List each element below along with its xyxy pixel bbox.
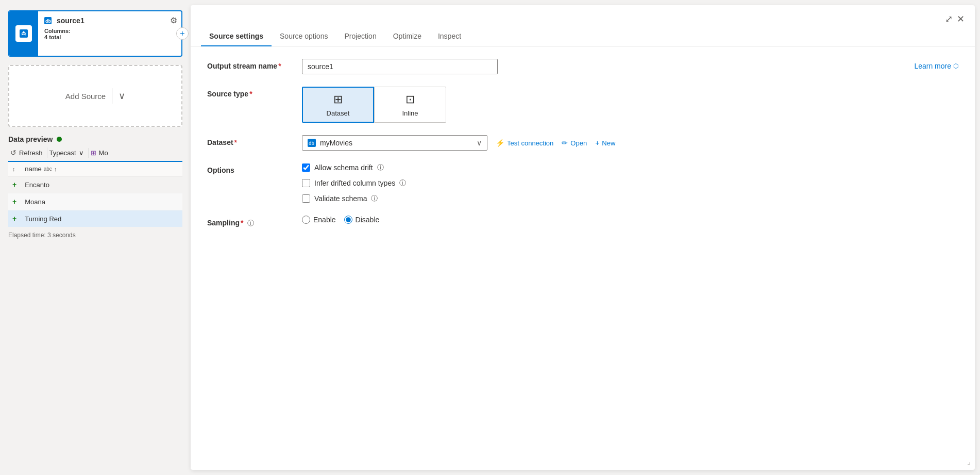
table-row: + Turning Red: [8, 210, 182, 227]
add-row-btn[interactable]: +: [8, 210, 21, 227]
gear-icon[interactable]: ⚙: [170, 15, 177, 25]
source-type-inline-button[interactable]: ⊡ Inline: [374, 87, 446, 123]
tab-source-options[interactable]: Source options: [272, 27, 336, 46]
dataset-select-dropdown[interactable]: db myMovies ∨: [302, 135, 487, 151]
options-row: Options Allow schema drift ⓘ Infer drift…: [207, 163, 958, 203]
panel-body: Output stream name* Learn more ⬡ Source …: [191, 46, 975, 470]
chevron-down-icon: ∨: [119, 90, 125, 102]
allow-schema-drift-checkbox[interactable]: [302, 163, 310, 172]
tab-source-settings[interactable]: Source settings: [201, 27, 272, 46]
dataset-icon: ⊞: [333, 93, 343, 106]
sampling-row: Sampling* ⓘ Enable Disable: [207, 216, 958, 228]
grid-icon: ⊞: [91, 149, 96, 157]
source-type-buttons: ⊞ Dataset ⊡ Inline: [302, 87, 446, 123]
add-row-btn[interactable]: +: [8, 193, 21, 210]
sort-header[interactable]: ↕: [8, 162, 21, 176]
dataset-controls: db myMovies ∨ ⚡ Test connection ✏ Open: [302, 135, 615, 151]
data-preview-toolbar: ↺ Refresh Typecast ∨ ⊞ Mo: [8, 148, 182, 162]
preview-table: ↕ name abc ↑ + Encanto + Mo: [8, 162, 182, 227]
table-row: + Moana: [8, 193, 182, 210]
learn-more-link[interactable]: Learn more ⬡: [914, 59, 958, 70]
infer-drifted-column-types-row: Infer drifted column types ⓘ: [302, 178, 406, 188]
source-node-title: db source1: [44, 17, 175, 25]
source-icon: [15, 25, 32, 42]
sampling-disable-radio[interactable]: [344, 216, 352, 224]
validate-schema-row: Validate schema ⓘ: [302, 194, 406, 203]
info-icon-2[interactable]: ⓘ: [399, 178, 406, 188]
add-source-label: Add Source: [65, 92, 106, 101]
sampling-info-icon[interactable]: ⓘ: [247, 219, 254, 227]
svg-point-1: [23, 31, 25, 33]
infer-drifted-column-types-checkbox[interactable]: [302, 179, 310, 187]
name-column-header: name abc ↑: [21, 162, 182, 176]
left-panel: db source1 Columns: 4 total ⚙ + Add Sour…: [0, 0, 191, 475]
source-node-content: db source1 Columns: 4 total: [38, 11, 181, 56]
svg-text:db: db: [309, 141, 314, 146]
source-node-left: [9, 11, 38, 56]
tab-optimize[interactable]: Optimize: [385, 27, 430, 46]
more-button[interactable]: ⊞ Mo: [89, 148, 112, 158]
right-panel: ⤢ ✕ Source settings Source options Proje…: [191, 5, 975, 470]
svg-text:db: db: [45, 19, 51, 24]
sampling-enable-option[interactable]: Enable: [302, 216, 336, 224]
row-name-cell: Moana: [21, 193, 182, 210]
tab-inspect[interactable]: Inspect: [430, 27, 469, 46]
source-node[interactable]: db source1 Columns: 4 total ⚙ +: [8, 10, 182, 57]
data-preview-title: Data preview: [8, 135, 53, 143]
expand-button[interactable]: ⤢: [945, 13, 953, 25]
info-icon[interactable]: ⓘ: [377, 163, 384, 172]
chevron-down-icon: ∨: [79, 149, 84, 157]
type-badge: abc: [44, 166, 52, 172]
source-type-row: Source type* ⊞ Dataset ⊡ Inline: [207, 87, 958, 123]
panel-header: ⤢ ✕: [191, 5, 975, 25]
validate-schema-checkbox[interactable]: [302, 194, 310, 203]
output-stream-name-input[interactable]: [302, 59, 498, 74]
sampling-disable-option[interactable]: Disable: [344, 216, 380, 224]
source-node-plus-icon[interactable]: +: [176, 27, 189, 40]
source-type-dataset-button[interactable]: ⊞ Dataset: [302, 87, 374, 123]
dataset-label: Dataset*: [207, 135, 290, 146]
tabs: Source settings Source options Projectio…: [191, 27, 975, 46]
elapsed-time: Elapsed time: 3 seconds: [8, 232, 182, 239]
test-connection-button[interactable]: ⚡ Test connection: [496, 139, 553, 147]
db-icon: db: [308, 139, 316, 147]
row-name-cell: Turning Red: [21, 210, 182, 227]
close-button[interactable]: ✕: [957, 13, 965, 25]
sort-asc-icon: ↑: [54, 166, 57, 172]
tab-projection[interactable]: Projection: [336, 27, 384, 46]
source-node-meta: Columns: 4 total: [44, 28, 175, 40]
refresh-icon: ↺: [10, 149, 16, 157]
table-row: + Encanto: [8, 176, 182, 193]
plus-icon: +: [595, 139, 599, 147]
options-checkboxes: Allow schema drift ⓘ Infer drifted colum…: [302, 163, 406, 203]
chevron-down-icon: ∨: [477, 139, 482, 147]
add-source-divider: [112, 88, 112, 104]
open-button[interactable]: ✏ Open: [562, 139, 587, 147]
new-button[interactable]: + New: [595, 139, 615, 147]
resize-handle[interactable]: ⌟: [967, 457, 971, 466]
refresh-button[interactable]: ↺ Refresh: [8, 148, 47, 158]
panel-actions: ⤢ ✕: [945, 13, 965, 25]
status-dot: [57, 137, 62, 142]
options-label: Options: [207, 163, 290, 174]
svg-rect-0: [20, 29, 28, 38]
add-source-box[interactable]: Add Source ∨: [8, 65, 182, 127]
data-preview-header: Data preview: [8, 135, 182, 143]
sampling-label: Sampling* ⓘ: [207, 216, 290, 228]
output-stream-name-control: [302, 59, 498, 74]
dataset-row: Dataset* db myMovies ∨ ⚡ Test connection: [207, 135, 958, 151]
sampling-enable-radio[interactable]: [302, 216, 310, 224]
output-stream-name-label: Output stream name*: [207, 59, 290, 70]
row-name-cell: Encanto: [21, 176, 182, 193]
typecast-button[interactable]: Typecast ∨: [47, 148, 89, 158]
data-preview: Data preview ↺ Refresh Typecast ∨ ⊞ Mo: [8, 135, 182, 465]
info-icon-3[interactable]: ⓘ: [371, 194, 378, 203]
sampling-radios: Enable Disable: [302, 216, 379, 224]
connection-icon: ⚡: [496, 139, 504, 147]
source-type-label: Source type*: [207, 87, 290, 98]
allow-schema-drift-row: Allow schema drift ⓘ: [302, 163, 406, 172]
add-row-btn[interactable]: +: [8, 176, 21, 193]
pencil-icon: ✏: [562, 139, 568, 147]
sort-icon: ↕: [12, 166, 15, 172]
output-stream-name-row: Output stream name* Learn more ⬡: [207, 59, 958, 74]
